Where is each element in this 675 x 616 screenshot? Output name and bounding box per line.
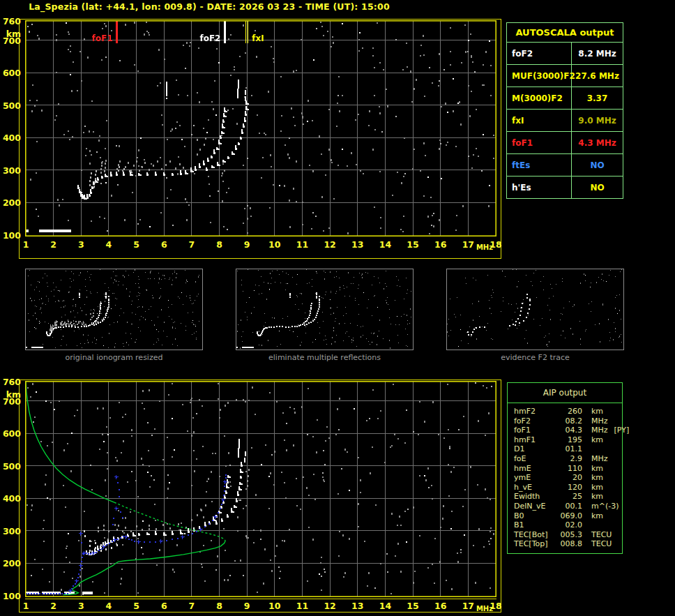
aip-av: 20 [556,473,582,482]
aip-an: foF2 [514,416,556,426]
autoscala-screen: { "window": { "title": "La_Spezia (lat: … [0,0,675,616]
y-tick-400: 400 [3,133,21,143]
x-tick-7: 7 [184,601,199,611]
x-tick-5: 5 [129,239,144,250]
aip-av: 260 [556,407,582,416]
y-tick-600: 600 [3,428,21,439]
ionogram-bottom-canvas [25,381,496,597]
aip-row-h_vE: h_vE120km [514,483,622,493]
y-tick-400: 400 [3,493,21,504]
aip-au: km [591,492,603,501]
aip-au: km [591,464,603,473]
aip-table-rows: hmF2260kmfoF208.2MHzfoF104.3MHz[PY]hmF11… [508,403,622,549]
autoscala-table-title: AUTOSCALA output [507,23,623,42]
x-tick-6: 6 [156,239,172,250]
aip-row-B0: B0069.0km [514,511,622,521]
marker-label-fxI: fxI [252,33,264,43]
x-tick-11: 11 [294,601,310,611]
aip-an: foE [514,454,556,463]
autoscala-param-label: ftEs [507,154,572,176]
top-marker-labels: foF1foF2fxI [25,20,496,69]
aip-av: 110 [556,464,582,473]
x-tick-5: 5 [129,601,144,611]
aip-row-TEC[Top]: TEC[Top]008.8TECU [514,539,622,549]
x-tick-7: 7 [184,239,199,250]
aip-av: 195 [556,435,582,444]
autoscala-row-fxI: fxI9.0 MHz [507,109,623,131]
thumbnail-caption-evidence: evidence F2 trace [446,353,624,362]
autoscala-param-label: fxI [507,110,572,131]
ionogram-top-plot: foF1foF2fxI [25,20,496,236]
thumbnail-eliminate-reflections [236,269,414,350]
marker-label-foF2: foF2 [199,33,220,43]
aip-au: km [591,511,603,520]
aip-row-hmF1: hmF1195km [514,435,622,445]
bottom-y-axis-labels: 760700600500400300200100km [0,381,23,597]
y-axis-unit: km [6,29,21,39]
x-tick-3: 3 [73,239,89,250]
page-title: La_Spezia (lat: +44.1, lon: 009.8) - DAT… [0,1,418,12]
aip-au: m^(-3) [591,502,619,511]
autoscala-row-h'Es: h'EsNO [507,176,623,198]
marker-label-foF1: foF1 [92,33,113,43]
autoscala-param-label: MUF(3000)F2 [507,65,572,87]
ionogram-bottom-plot [25,381,496,597]
aip-av: 069.0 [556,511,582,520]
thumbnail-original-canvas [26,269,202,350]
autoscala-row-M(3000)F2: M(3000)F23.37 [507,87,623,109]
aip-row-TEC[Bot]: TEC[Bot]005.3TECU [514,530,622,540]
bottom-x-axis-labels: 123456789101112131415161718MHz [25,600,506,611]
aip-av: 00.1 [556,502,582,511]
y-tick-200: 200 [3,558,21,569]
aip-an: hmE [514,464,556,473]
aip-row-DelN_vE: DelN_vE00.1m^(-3) [514,502,622,511]
aip-an: DelN_vE [514,502,556,511]
x-axis-unit: MHz [475,605,494,613]
aip-av: 2.9 [556,454,582,463]
x-tick-12: 12 [322,601,338,611]
x-tick-16: 16 [433,601,448,611]
aip-an: D1 [514,444,556,453]
y-tick-300: 300 [3,165,21,176]
aip-row-D1: D101.1 [514,444,622,454]
autoscala-param-value: 8.2 MHz [572,43,623,64]
x-tick-10: 10 [267,601,282,611]
autoscala-row-foF1: foF14.3 MHz [507,131,623,153]
y-tick-500: 500 [3,461,21,472]
aip-row-foF1: foF104.3MHz[PY] [514,426,622,435]
x-tick-12: 12 [322,239,338,250]
aip-au: km [591,407,603,416]
x-tick-4: 4 [101,239,116,250]
aip-an: Ewidth [514,492,556,501]
x-tick-14: 14 [377,239,393,250]
autoscala-param-label: h'Es [507,176,572,198]
top-x-axis-labels: 123456789101112131415161718MHz [25,239,506,250]
aip-an: TEC[Top] [514,539,556,548]
y-tick-200: 200 [3,197,21,208]
aip-row-ymE: ymE20km [514,473,622,483]
aip-an: h_vE [514,483,556,492]
aip-row-foE: foE2.9MHz [514,454,622,464]
aip-an: B1 [514,520,556,529]
autoscala-param-value: 4.3 MHz [572,132,623,153]
x-tick-4: 4 [101,601,116,611]
aip-av: 008.8 [556,539,582,548]
autoscala-param-label: foF1 [507,132,572,153]
x-tick-13: 13 [350,601,365,611]
x-tick-6: 6 [156,601,172,611]
aip-av: 04.3 [556,426,582,435]
aip-an: TEC[Bot] [514,530,556,539]
aip-table-title: AIP output [508,383,622,403]
x-tick-15: 15 [405,239,420,250]
autoscala-param-value: 9.0 MHz [572,110,623,131]
x-tick-1: 1 [18,601,33,611]
y-tick-760: 760 [3,377,21,387]
aip-row-B1: B102.0 [514,520,622,530]
aip-row-foF2: foF208.2MHz [514,416,622,426]
x-axis-unit: MHz [475,243,494,251]
y-tick-500: 500 [3,100,21,111]
thumbnail-eliminate-canvas [236,269,413,350]
autoscala-param-label: foF2 [507,43,572,64]
autoscala-row-foF2: foF28.2 MHz [507,42,623,64]
autoscala-row-MUF(3000)F2: MUF(3000)F227.6 MHz [507,64,623,87]
